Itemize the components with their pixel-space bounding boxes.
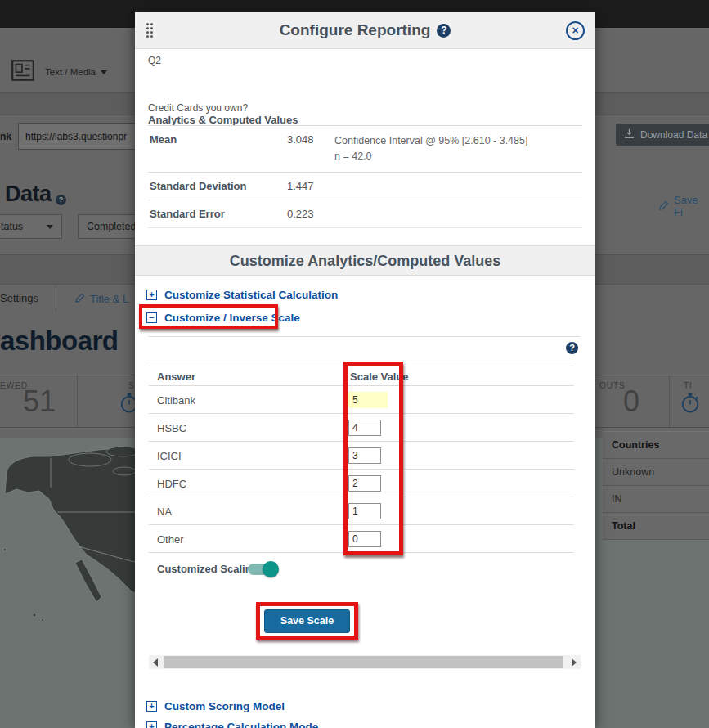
stat-time2-label: TI — [684, 381, 693, 390]
customize-inverse-scale-link[interactable]: − Customize / Inverse Scale — [146, 312, 300, 324]
modal-header: Configure Reporting ? × — [135, 12, 595, 49]
custom-scoring-model-label: Custom Scoring Model — [164, 700, 285, 712]
analytics-row-note: Confidence Interval @ 95% [2.610 - 3.485… — [333, 126, 582, 173]
scroll-right-arrow[interactable] — [568, 655, 581, 669]
edit-pencil-icon — [75, 292, 86, 305]
customized-scaling-label: Customized Scaling — [157, 563, 258, 575]
scale-help-icon[interactable]: ? — [566, 342, 578, 354]
analytics-row-label: Standard Error — [148, 200, 285, 227]
stat-viewed-value: 51 — [23, 384, 56, 419]
analytics-row-label: Mean — [148, 126, 285, 173]
close-icon[interactable]: × — [566, 21, 585, 40]
tab-settings[interactable]: Settings — [0, 292, 38, 304]
data-help-icon[interactable]: ? — [56, 195, 66, 205]
expand-plus-icon: + — [146, 290, 157, 300]
stopwatch-icon — [679, 391, 702, 417]
table-row: Standard Error 0.223 — [148, 200, 582, 227]
divider — [77, 375, 78, 427]
sample-size: n = 42.0 — [334, 149, 581, 164]
answer-label: Other — [157, 533, 184, 545]
country-row: IN — [603, 486, 709, 513]
configure-reporting-modal: Configure Reporting ? × Q2 Credit Cards … — [135, 12, 595, 728]
answer-label: ICICI — [157, 449, 182, 461]
text-media-icon — [10, 57, 36, 87]
download-icon — [624, 128, 635, 142]
table-row: HSBC — [149, 414, 574, 442]
expand-plus-icon: + — [146, 721, 157, 728]
completed-filter-value: Completed — [87, 221, 136, 232]
tab-title-logo-label: Title & L — [90, 293, 128, 305]
answer-column-header: Answer — [157, 370, 195, 382]
divider — [149, 336, 581, 337]
customize-statistical-calculation-link[interactable]: + Customize Statistical Calculation — [146, 289, 338, 301]
text-media-menu-label: Text / Media — [45, 67, 96, 77]
analytics-row-value: 1.447 — [285, 172, 333, 200]
save-filter-link[interactable]: Save Fi — [659, 194, 709, 218]
screen: Text / Media nk Download Data Data ? Sav… — [0, 0, 709, 728]
stat-dropouts-label: OUTS — [599, 381, 626, 390]
stat-time-label: S — [128, 381, 135, 390]
customize-inverse-scale-label: Customize / Inverse Scale — [164, 312, 300, 324]
horizontal-scrollbar[interactable] — [149, 655, 581, 669]
countries-total-row: Total — [603, 513, 709, 540]
analytics-table: Mean 3.048 Confidence Interval @ 95% [2.… — [148, 125, 582, 228]
tab-title-logo[interactable]: Title & L — [75, 292, 128, 305]
drag-handle[interactable] — [146, 23, 153, 38]
help-icon[interactable]: ? — [437, 24, 451, 38]
download-data-label: Download Data — [640, 129, 707, 141]
customize-section-heading: Customize Analytics/Computed Values — [135, 245, 595, 276]
edit-pencil-icon — [659, 200, 670, 213]
analytics-heading: Analytics & Computed Values — [148, 114, 298, 126]
table-row: Citibank — [149, 386, 574, 414]
table-row: Other — [149, 525, 574, 553]
expand-plus-icon: + — [146, 701, 157, 712]
scale-value-input[interactable] — [348, 420, 381, 436]
question-code: Q2 — [148, 55, 161, 66]
scale-value-table: Answer Scale Value Citibank HSBC ICICI H… — [149, 366, 574, 553]
divider — [56, 285, 56, 312]
analytics-row-value: 0.223 — [285, 200, 333, 227]
modal-title: Configure Reporting — [280, 21, 431, 39]
status-dropdown[interactable]: tatus — [0, 214, 62, 239]
scroll-left-arrow[interactable] — [149, 655, 162, 669]
country-row: Unknown — [603, 459, 709, 486]
percentage-calculation-mode-label: Percentage Calculation Mode — [164, 721, 318, 728]
analytics-row-label: Standard Deviation — [148, 172, 285, 200]
dashboard-heading: ashboard — [0, 326, 119, 357]
table-row: HDFC — [149, 470, 574, 497]
status-dropdown-value: tatus — [1, 221, 23, 232]
chevron-down-icon — [101, 70, 107, 74]
scale-value-input[interactable] — [348, 531, 381, 547]
data-section-heading: Data — [5, 182, 52, 207]
link-field-label: nk — [0, 131, 11, 142]
answer-label: HDFC — [157, 477, 186, 489]
scale-value-input[interactable] — [348, 503, 381, 519]
custom-scoring-model-link[interactable]: + Custom Scoring Model — [146, 700, 285, 712]
scale-value-input[interactable] — [348, 447, 381, 464]
survey-link-input[interactable] — [18, 123, 149, 150]
chevron-down-icon — [47, 225, 53, 229]
analytics-row-value: 3.048 — [285, 126, 333, 173]
table-row: ICICI — [149, 442, 574, 470]
countries-header: Countries — [603, 432, 709, 459]
scale-value-column-header: Scale Value — [350, 370, 409, 382]
confidence-interval: Confidence Interval @ 95% [2.610 - 3.485… — [334, 133, 581, 149]
customize-statistical-calculation-label: Customize Statistical Calculation — [164, 289, 338, 301]
scrollbar-thumb[interactable] — [164, 656, 563, 668]
download-data-button[interactable]: Download Data — [616, 124, 709, 146]
save-scale-values-button[interactable]: Save Scale Values — [264, 609, 350, 633]
answer-label: NA — [157, 505, 172, 517]
customized-scaling-toggle[interactable] — [248, 564, 277, 575]
scale-value-input[interactable] — [348, 475, 381, 492]
toggle-knob — [263, 561, 279, 577]
answer-label: HSBC — [157, 421, 186, 434]
question-text: Credit Cards you own? — [148, 102, 248, 114]
divider — [669, 375, 670, 427]
text-media-menu[interactable]: Text / Media — [45, 67, 107, 77]
table-row: Mean 3.048 Confidence Interval @ 95% [2.… — [148, 126, 582, 173]
answer-label: Citibank — [157, 393, 195, 406]
table-row: NA — [149, 497, 574, 525]
save-filter-label: Save Fi — [674, 194, 709, 218]
percentage-calculation-mode-link[interactable]: + Percentage Calculation Mode — [146, 721, 318, 728]
scale-value-input[interactable] — [348, 392, 388, 408]
